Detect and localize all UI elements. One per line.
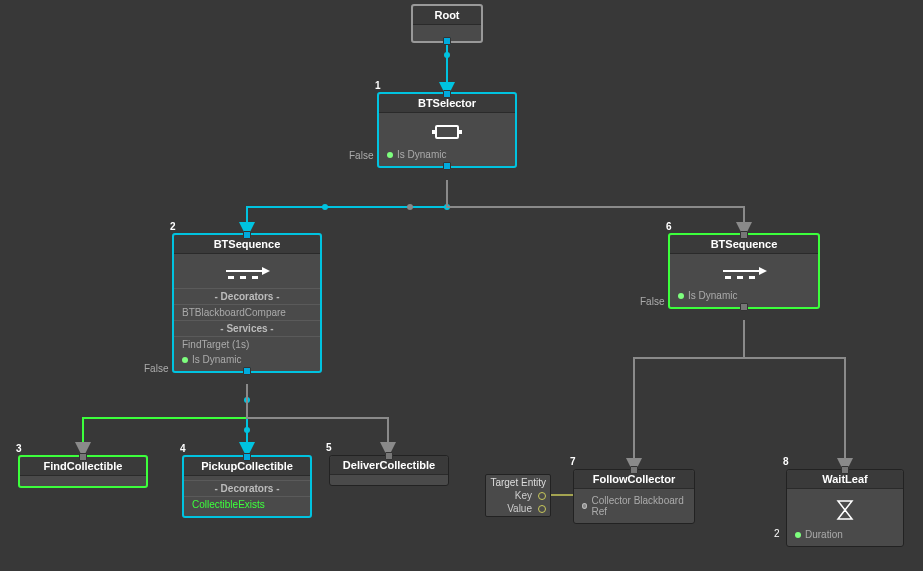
svg-point-6 bbox=[244, 397, 250, 403]
node-root-title: Root bbox=[413, 6, 481, 25]
node-delivercollectible[interactable]: 5 DeliverCollectible bbox=[329, 455, 449, 486]
node-btsequence-2[interactable]: 2 BTSequence - Decorators - BTBlackboard… bbox=[172, 233, 322, 373]
sequence-icon-2 bbox=[670, 258, 818, 288]
node-btsequence-6[interactable]: 6 BTSequence Is Dynamic bbox=[668, 233, 820, 309]
svg-rect-9 bbox=[432, 130, 436, 134]
svg-rect-10 bbox=[458, 130, 462, 134]
node-findcollectible[interactable]: 3 FindCollectible bbox=[18, 455, 148, 488]
hourglass-icon bbox=[787, 493, 903, 527]
svg-rect-8 bbox=[436, 126, 458, 138]
svg-point-4 bbox=[322, 204, 328, 210]
svg-rect-19 bbox=[737, 276, 743, 279]
wait-duration-value: 2 bbox=[774, 528, 780, 539]
node-btselector[interactable]: 1 BTSelector Is Dynamic bbox=[377, 92, 517, 168]
seq6-false-label: False bbox=[640, 296, 664, 307]
node-pickupcollectible[interactable]: 4 PickupCollectible - Decorators - Colle… bbox=[182, 455, 312, 518]
node-waitleaf[interactable]: 8 WaitLeaf Duration bbox=[786, 469, 904, 547]
svg-rect-18 bbox=[725, 276, 731, 279]
svg-marker-17 bbox=[759, 267, 767, 275]
svg-rect-20 bbox=[749, 276, 755, 279]
svg-point-2 bbox=[444, 52, 450, 58]
svg-point-3 bbox=[444, 204, 450, 210]
selector-false-label: False bbox=[349, 150, 373, 161]
value-pin[interactable] bbox=[538, 505, 546, 513]
svg-rect-14 bbox=[240, 276, 246, 279]
sequence-icon bbox=[174, 258, 320, 288]
svg-rect-15 bbox=[252, 276, 258, 279]
node-followcollector[interactable]: 7 FollowCollector Collector Blackboard R… bbox=[573, 469, 695, 524]
target-entity-panel[interactable]: Target Entity Key Value bbox=[485, 474, 551, 517]
selector-icon bbox=[379, 117, 515, 147]
node-root[interactable]: Root bbox=[411, 4, 483, 43]
svg-point-5 bbox=[407, 204, 413, 210]
key-pin[interactable] bbox=[538, 492, 546, 500]
svg-point-7 bbox=[244, 427, 250, 433]
svg-marker-12 bbox=[262, 267, 270, 275]
svg-rect-13 bbox=[228, 276, 234, 279]
seq2-false-label: False bbox=[144, 363, 168, 374]
